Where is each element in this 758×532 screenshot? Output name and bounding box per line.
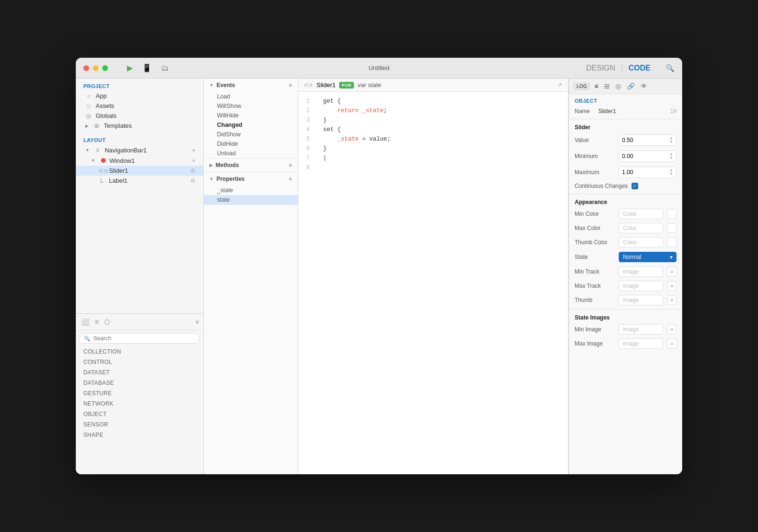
category-control[interactable]: CONTROL — [76, 357, 203, 367]
properties-header[interactable]: ▼ Properties + — [204, 172, 298, 186]
window-add-button[interactable]: + — [192, 157, 196, 164]
shape-icon[interactable]: ⬡ — [103, 317, 111, 327]
sidebar-item-globals[interactable]: ◎ Globals — [76, 111, 203, 121]
max-track-label: Max Track — [575, 283, 615, 289]
sidebar-item-assets[interactable]: □ Assets — [76, 101, 203, 111]
thumb-color-input[interactable]: Color — [619, 237, 663, 248]
thumb-input[interactable]: Image — [619, 295, 663, 305]
log-badge[interactable]: LOG — [574, 83, 590, 90]
list-icon[interactable]: ≡ — [93, 317, 100, 327]
category-gesture[interactable]: GESTURE — [76, 388, 203, 399]
min-image-input[interactable]: Image — [619, 324, 663, 335]
sidebar-item-templates[interactable]: ▶ ⊞ Templates — [76, 121, 203, 131]
center-panel: ▼ Events + Load WillShow WillHide Change… — [204, 79, 568, 474]
chevron-down-icon[interactable]: ∨ — [195, 319, 199, 325]
continuous-checkbox[interactable]: ✓ — [632, 183, 638, 189]
sidebar-item-navbar[interactable]: ▼ ≡ NavigationBar1 + — [76, 145, 203, 155]
minimize-button[interactable] — [93, 65, 99, 71]
properties-add-button[interactable]: + — [289, 175, 292, 183]
navbar-add-button[interactable]: + — [192, 146, 196, 154]
min-color-input[interactable]: Color — [619, 209, 663, 219]
prop-state[interactable]: state — [204, 195, 298, 204]
maximize-button[interactable] — [102, 65, 108, 71]
max-image-input[interactable]: Image — [619, 338, 663, 349]
events-header[interactable]: ▼ Events + — [204, 79, 298, 92]
grid-view-icon[interactable]: ⊞ — [603, 81, 611, 91]
folder-icon[interactable]: 🗂 — [161, 64, 169, 72]
object-section-label: OBJECT — [569, 94, 682, 106]
sidebar-item-window[interactable]: ▼ Window1 + — [76, 155, 203, 166]
maximum-stepper[interactable]: ▲▼ — [669, 168, 673, 176]
close-button[interactable] — [83, 65, 89, 71]
sidebar-item-slider[interactable]: ⊂⊃ Slider1 ⚙ — [76, 166, 203, 176]
event-unload[interactable]: Unload — [204, 149, 298, 158]
max-track-browse[interactable]: ⊞ — [667, 281, 677, 291]
code-body: 1 2 3 4 5 6 7 8 get { return _state;}set… — [298, 92, 568, 474]
sidebar-item-app[interactable]: ○ App — [76, 91, 203, 101]
page-icon[interactable]: ⬜ — [80, 317, 90, 327]
event-load[interactable]: Load — [204, 92, 298, 101]
max-color-swatch[interactable] — [667, 223, 677, 233]
state-select-wrapper[interactable]: Normal Highlighted Disabled Selected ▼ — [619, 252, 677, 262]
methods-add-button[interactable]: + — [289, 161, 292, 169]
max-color-input[interactable]: Color — [619, 223, 663, 233]
properties-section: ▼ Properties + _state state — [204, 172, 298, 205]
slider-settings-button[interactable]: ⚙ — [190, 168, 196, 174]
state-select[interactable]: Normal Highlighted Disabled Selected — [619, 252, 677, 262]
search-box[interactable]: 🔍 — [80, 333, 199, 344]
main-window: ▶ 📱 🗂 Untitled DESIGN | CODE 🔍 PROJECT ○… — [76, 58, 682, 474]
events-add-button[interactable]: + — [289, 81, 292, 89]
search-input[interactable] — [93, 335, 195, 342]
min-image-browse[interactable]: ⊞ — [667, 325, 677, 334]
value-stepper[interactable]: ▲▼ — [669, 136, 673, 144]
minimum-field[interactable] — [622, 153, 668, 160]
label1-settings-button[interactable]: ⚙ — [190, 177, 196, 184]
list-view-icon[interactable]: ≡ — [594, 81, 599, 91]
maximum-field[interactable] — [622, 169, 668, 176]
category-dataset[interactable]: DATASET — [76, 367, 203, 378]
value-field[interactable] — [622, 137, 668, 143]
layers-icon[interactable]: ◎ — [614, 81, 622, 91]
min-color-label: Min Color — [575, 211, 615, 217]
category-sensor[interactable]: SENSOR — [76, 419, 203, 430]
design-label[interactable]: DESIGN — [586, 64, 615, 72]
var-state-label: var state — [358, 81, 381, 89]
minimum-input[interactable]: ▲▼ — [619, 151, 677, 162]
max-image-browse[interactable]: ⊞ — [667, 339, 677, 348]
name-value: Slider1 — [598, 108, 670, 115]
thumb-browse[interactable]: ⊞ — [667, 295, 677, 305]
main-area: PROJECT ○ App □ Assets ◎ Globals ▶ ⊞ Tem… — [76, 79, 682, 474]
min-track-browse[interactable]: ⊞ — [667, 267, 677, 276]
event-changed[interactable]: Changed — [204, 120, 298, 130]
category-database[interactable]: DATABASE — [76, 378, 203, 388]
event-willhide[interactable]: WillHide — [204, 111, 298, 120]
max-track-input[interactable]: Image — [619, 281, 663, 291]
category-network[interactable]: NETWORK — [76, 399, 203, 409]
device-icon[interactable]: 📱 — [142, 63, 152, 72]
search-button[interactable]: 🔍 — [666, 64, 675, 72]
category-object[interactable]: OBJECT — [76, 409, 203, 419]
code-content[interactable]: get { return _state;}set { _state = valu… — [316, 97, 568, 470]
sidebar-item-label1[interactable]: L Label1 ⚙ — [76, 176, 203, 186]
eye-icon[interactable]: 👁 — [640, 81, 648, 91]
event-didhide[interactable]: DidHide — [204, 139, 298, 149]
event-willshow[interactable]: WillShow — [204, 101, 298, 111]
external-link-icon[interactable]: ↗ — [557, 81, 562, 89]
prop-_state[interactable]: _state — [204, 186, 298, 195]
value-input[interactable]: ▲▼ — [619, 134, 677, 146]
category-shape[interactable]: SHAPE — [76, 430, 203, 440]
category-collection[interactable]: COLLECTION — [76, 346, 203, 357]
minimum-stepper[interactable]: ▲▼ — [669, 152, 673, 160]
play-icon[interactable]: ▶ — [127, 63, 133, 72]
code-label[interactable]: CODE — [629, 64, 650, 72]
methods-section: ▶ Methods + — [204, 159, 298, 172]
assets-label: Assets — [96, 102, 114, 109]
event-didshow[interactable]: DidShow — [204, 130, 298, 139]
min-track-input[interactable]: Image — [619, 266, 663, 277]
min-color-swatch[interactable] — [667, 209, 677, 219]
link-icon[interactable]: 🔗 — [626, 81, 636, 91]
globals-label: Globals — [96, 112, 117, 119]
thumb-color-swatch[interactable] — [667, 238, 677, 247]
methods-header[interactable]: ▶ Methods + — [204, 159, 298, 172]
maximum-input[interactable]: ▲▼ — [619, 167, 677, 178]
